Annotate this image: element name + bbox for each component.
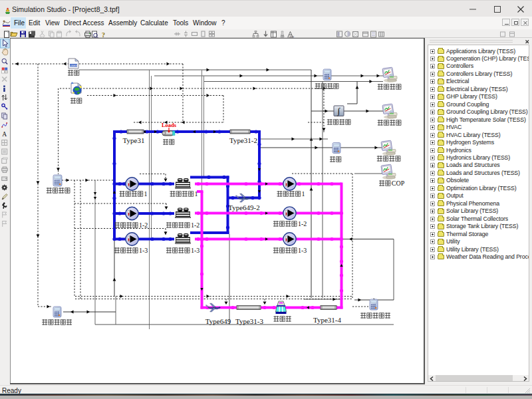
svg-text:1-2: 1-2	[139, 221, 148, 229]
svg-text:1-2: 1-2	[191, 221, 200, 229]
svg-text:Type649-2: Type649-2	[228, 203, 260, 211]
svg-text:1-3: 1-3	[298, 247, 307, 254]
svg-text:1-2: 1-2	[298, 220, 307, 227]
svg-text:A: A	[2, 131, 7, 138]
svg-text:?: ?	[102, 31, 105, 39]
svg-text:Type31-4: Type31-4	[313, 316, 341, 324]
svg-text:Type31-2: Type31-2	[229, 136, 257, 144]
svg-text:Loads: Loads	[162, 122, 177, 128]
svg-text:1: 1	[195, 190, 198, 198]
svg-text:Type31: Type31	[123, 136, 145, 144]
svg-text:1: 1	[144, 190, 148, 198]
svg-text:USER: USER	[70, 64, 77, 67]
svg-text:1-3: 1-3	[139, 247, 148, 254]
svg-text:Type31-3: Type31-3	[235, 317, 263, 325]
svg-text:1-3: 1-3	[191, 247, 200, 254]
svg-text:1: 1	[302, 190, 305, 198]
svg-text:COP: COP	[392, 180, 405, 187]
svg-text:Type649: Type649	[205, 317, 231, 325]
